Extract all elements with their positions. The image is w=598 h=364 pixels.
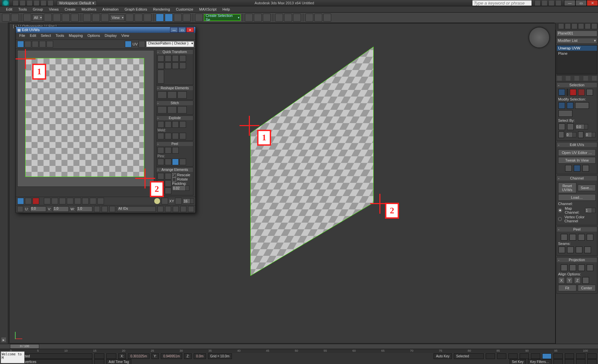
- qt-fit-icon[interactable]: [157, 70, 164, 84]
- uvw-minimize-button[interactable]: —: [170, 27, 178, 33]
- u-spinner[interactable]: 0.0: [30, 206, 46, 212]
- rollout-header-peel[interactable]: Peel: [557, 227, 597, 232]
- pin-auto-icon[interactable]: [172, 159, 179, 165]
- uvw-scale-icon[interactable]: [32, 41, 39, 47]
- break-icon[interactable]: [179, 133, 186, 139]
- sel-elem-icon[interactable]: [44, 198, 50, 204]
- play-icon[interactable]: [508, 353, 518, 359]
- percent-snap-icon[interactable]: [174, 14, 182, 22]
- zoom-icon[interactable]: [165, 206, 171, 212]
- pin-add-icon[interactable]: [157, 159, 164, 165]
- schematic-view-icon[interactable]: [284, 14, 292, 22]
- uvw-options-icon[interactable]: [139, 41, 145, 47]
- qt-flipv-icon[interactable]: [179, 62, 186, 69]
- seam-p2p-icon[interactable]: [567, 247, 574, 253]
- modifier-stack[interactable]: Unwrap UVW Plane: [556, 45, 597, 74]
- pelt-icon[interactable]: [578, 234, 585, 241]
- setkey-button[interactable]: Set Key: [510, 359, 526, 364]
- qt-rot-icon[interactable]: [165, 55, 171, 62]
- pan-icon[interactable]: [157, 206, 163, 212]
- pin-rem-icon[interactable]: [165, 159, 171, 165]
- menu-views[interactable]: Views: [46, 7, 61, 12]
- show-seam-icon[interactable]: [161, 198, 168, 204]
- modifier-list-dropdown[interactable]: Modifier List: [556, 38, 597, 44]
- scale-icon[interactable]: [101, 14, 109, 22]
- subobj-face-icon[interactable]: [33, 198, 39, 204]
- qt-rotccw-icon[interactable]: [157, 62, 164, 69]
- brush-icon[interactable]: [102, 206, 108, 212]
- time-slider-handle[interactable]: 0 / 100: [10, 344, 39, 349]
- snap-icon[interactable]: [109, 206, 115, 212]
- lock-sel-icon[interactable]: [94, 353, 104, 359]
- vp-region-icon[interactable]: [587, 359, 597, 364]
- subobj-element-icon[interactable]: [586, 89, 593, 96]
- qt-fliph-icon[interactable]: [172, 62, 179, 69]
- configure-sets-icon[interactable]: [592, 76, 597, 81]
- sel-ring-icon[interactable]: [67, 198, 73, 204]
- rendered-frame-icon[interactable]: [314, 14, 322, 22]
- re-stitch-icon[interactable]: [177, 91, 187, 99]
- uvw-close-button[interactable]: ✕: [186, 27, 194, 33]
- link-icon[interactable]: [23, 14, 31, 22]
- save-icon[interactable]: [27, 0, 33, 6]
- tweak-in-view-button[interactable]: Tweak In View: [558, 157, 596, 164]
- uvw-menu-edit[interactable]: Edit: [28, 34, 38, 39]
- abs-rel-icon[interactable]: [17, 206, 23, 212]
- padding-spinner[interactable]: 0.02: [172, 185, 189, 191]
- snap-toggle-icon[interactable]: [156, 14, 164, 22]
- key-mode-dropdown[interactable]: Selected: [454, 353, 484, 359]
- uvw-show-map-icon[interactable]: [125, 41, 132, 47]
- ref-coord-dropdown[interactable]: View: [110, 14, 125, 21]
- select-by-name-icon[interactable]: [53, 14, 61, 22]
- select-by-elem-icon[interactable]: [558, 123, 565, 130]
- sg-spinner[interactable]: 0: [585, 132, 596, 137]
- re-straighten-icon[interactable]: [157, 91, 167, 99]
- ar-pack2-icon[interactable]: [165, 173, 171, 180]
- zoom-region-icon[interactable]: [188, 206, 194, 212]
- make-unique-icon[interactable]: [574, 76, 579, 81]
- redo-icon[interactable]: [11, 14, 19, 22]
- minimize-button[interactable]: —: [564, 0, 575, 6]
- key-filters-button[interactable]: Key Filters…: [528, 359, 551, 364]
- maxscript-listener[interactable]: Welcome to M: [1, 351, 25, 363]
- shrink-sel-icon[interactable]: [567, 102, 573, 109]
- ex-break-icon[interactable]: [165, 121, 171, 128]
- v-spinner[interactable]: 1.0: [53, 206, 69, 212]
- plane-object[interactable]: [241, 43, 383, 276]
- subobj-face-icon[interactable]: [578, 89, 585, 96]
- uvw-menu-options[interactable]: Options: [85, 34, 102, 39]
- uvw-menu-view[interactable]: View: [119, 34, 131, 39]
- add-time-tag[interactable]: Add Time Tag: [106, 359, 131, 364]
- select-object-icon[interactable]: [44, 14, 52, 22]
- quick-planar-icon[interactable]: [565, 165, 572, 172]
- uvw-menu-file[interactable]: File: [17, 34, 27, 39]
- favorites-icon[interactable]: [542, 0, 548, 6]
- edit-uvws-window[interactable]: ▦Edit UVWs — ▭ ✕ File Edit Select Tools …: [16, 27, 196, 213]
- rollout-header-edituvs[interactable]: Edit UVs: [557, 142, 597, 147]
- menu-create[interactable]: Create: [62, 7, 78, 12]
- uvw-menu-tools[interactable]: Tools: [53, 34, 66, 39]
- quick-box-icon[interactable]: [574, 165, 580, 172]
- curve-editor-icon[interactable]: [275, 14, 283, 22]
- lock-icon[interactable]: [94, 206, 100, 212]
- select-rect-icon[interactable]: [62, 14, 70, 22]
- save-uvws-button[interactable]: Save…: [578, 184, 596, 191]
- rollout-header-selection[interactable]: Selection: [557, 83, 597, 87]
- menu-group[interactable]: Group: [30, 7, 46, 12]
- viewcube-icon[interactable]: [529, 28, 549, 47]
- sel-shrink-icon[interactable]: [59, 198, 66, 204]
- ex-flatten-icon[interactable]: [157, 121, 164, 128]
- uvw-mirror-icon[interactable]: [47, 41, 53, 47]
- panel-arrange[interactable]: Arrange Elements: [156, 168, 193, 172]
- angle-snap-icon[interactable]: [165, 14, 173, 22]
- target-weld-icon[interactable]: [172, 133, 179, 139]
- mirror-icon[interactable]: [245, 14, 253, 22]
- render-icon[interactable]: [323, 14, 331, 22]
- proj-sphere-icon[interactable]: [578, 264, 585, 271]
- peel-quick-icon[interactable]: [157, 147, 164, 154]
- object-name-field[interactable]: Plane001: [556, 31, 597, 36]
- remove-modifier-icon[interactable]: [583, 76, 588, 81]
- time-config-icon[interactable]: [542, 353, 551, 359]
- menu-maxscript[interactable]: MAXScript: [197, 7, 219, 12]
- z-value[interactable]: 0.0m: [194, 353, 206, 359]
